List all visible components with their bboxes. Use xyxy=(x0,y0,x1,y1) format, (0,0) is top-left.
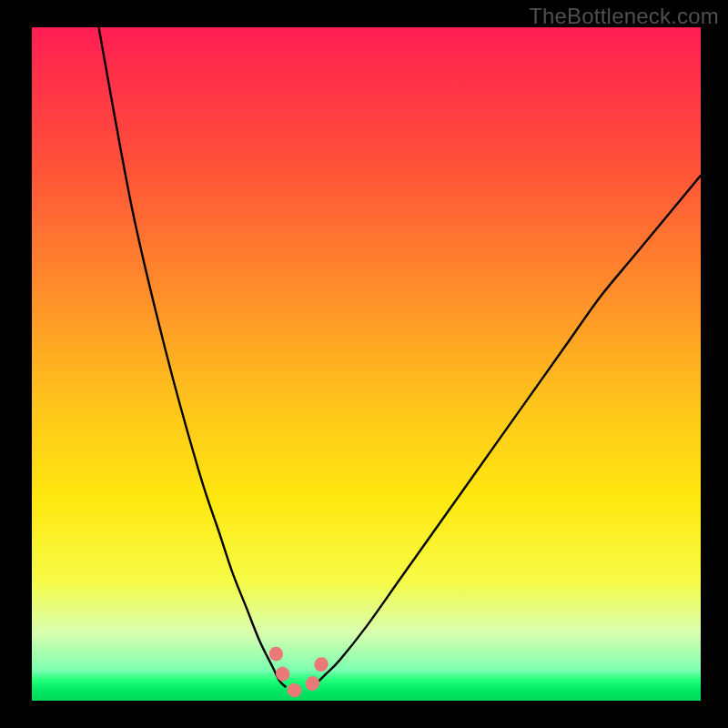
gradient-background xyxy=(32,27,701,701)
outer-frame: TheBottleneck.com xyxy=(0,0,728,728)
chart-plot-area xyxy=(32,27,701,701)
watermark-text: TheBottleneck.com xyxy=(529,4,719,29)
chart-svg xyxy=(32,27,701,701)
